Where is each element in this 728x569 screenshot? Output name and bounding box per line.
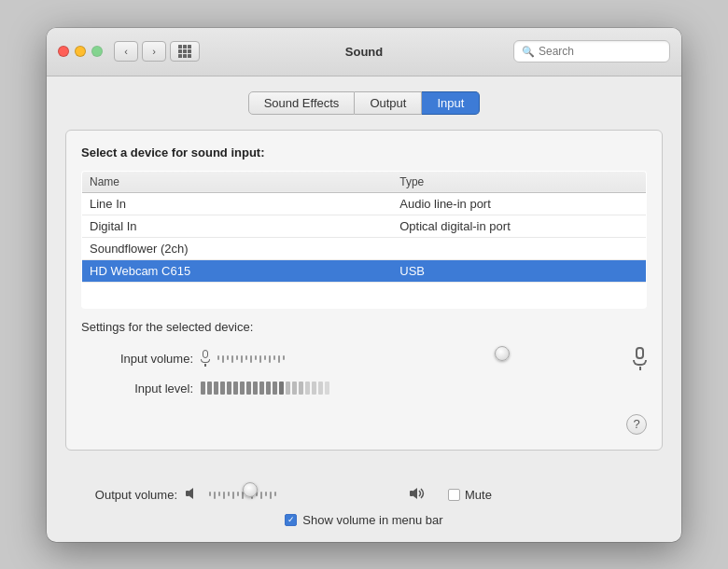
settings-panel: Select a device for sound input: Name Ty… — [65, 130, 663, 451]
volume-low-icon — [185, 486, 200, 504]
output-volume-thumb[interactable] — [243, 482, 258, 497]
level-bar — [227, 382, 231, 395]
maximize-button[interactable] — [91, 46, 103, 57]
help-button[interactable]: ? — [626, 414, 647, 435]
device-name: HD Webcam C615 — [82, 259, 393, 282]
settings-title: Settings for the selected device: — [81, 320, 647, 334]
show-volume-label: Show volume in menu bar — [302, 513, 442, 527]
device-name: Line In — [82, 192, 393, 215]
level-bar — [253, 382, 258, 395]
device-name: Soundflower (2ch) — [82, 237, 393, 259]
input-volume-row: Input volume: — [81, 347, 647, 370]
device-name: Digital In — [82, 215, 393, 237]
col-name-header: Name — [82, 171, 393, 192]
grid-icon — [178, 45, 191, 58]
tab-sound-effects[interactable]: Sound Effects — [248, 91, 356, 115]
level-bar — [318, 382, 323, 395]
output-volume-label: Output volume: — [65, 488, 177, 502]
mute-checkbox[interactable] — [448, 489, 460, 501]
tabs: Sound Effects Output Input — [65, 91, 663, 115]
level-bar — [214, 382, 218, 395]
input-volume-slider-area — [201, 347, 647, 370]
device-section-title: Select a device for sound input: — [81, 146, 647, 160]
close-button[interactable] — [58, 46, 69, 57]
level-bar — [292, 382, 297, 395]
mute-label: Mute — [465, 488, 492, 502]
minimize-button[interactable] — [75, 46, 86, 57]
level-bar — [279, 382, 284, 395]
table-row-empty — [82, 282, 647, 308]
col-type-header: Type — [392, 171, 646, 192]
level-bar — [286, 382, 290, 395]
svg-rect-1 — [410, 491, 413, 496]
input-volume-thumb[interactable] — [495, 346, 510, 361]
device-type: USB — [392, 259, 646, 282]
traffic-lights — [58, 46, 103, 57]
search-icon: 🔍 — [522, 46, 535, 58]
help-area: ? — [81, 407, 647, 435]
mic-icon-large — [633, 347, 647, 370]
input-level-bars — [201, 382, 329, 395]
grid-button[interactable] — [170, 41, 200, 62]
input-level-label: Input level: — [81, 382, 193, 396]
table-row[interactable]: Line In Audio line-in port — [82, 192, 647, 215]
content-area: Sound Effects Output Input Select a devi… — [47, 76, 681, 479]
bottom-bar: Output volume: — [47, 479, 681, 542]
table-row[interactable]: Soundflower (2ch) — [82, 237, 647, 259]
volume-slider-wrapper[interactable] — [217, 354, 623, 363]
svg-rect-0 — [186, 491, 189, 496]
output-slider-wrapper[interactable] — [209, 490, 396, 499]
level-bar — [305, 382, 310, 395]
level-bar — [259, 382, 264, 395]
mute-checkbox-area[interactable]: Mute — [448, 488, 492, 502]
table-row[interactable]: Digital In Optical digital-in port — [82, 215, 647, 237]
level-bar — [312, 382, 316, 395]
main-window: ‹ › Sound 🔍 Sound Effects Output Input S… — [47, 28, 681, 542]
mic-icon-small — [201, 350, 210, 367]
titlebar: ‹ › Sound 🔍 — [47, 28, 681, 76]
device-table: Name Type Line In Audio line-in port Dig… — [81, 171, 647, 309]
search-box[interactable]: 🔍 — [513, 40, 670, 62]
show-volume-checkbox[interactable]: ✓ — [285, 514, 297, 526]
input-volume-label: Input volume: — [81, 352, 193, 366]
level-bar — [246, 382, 251, 395]
level-bar — [273, 382, 277, 395]
device-type — [392, 237, 646, 259]
output-volume-ticks — [209, 492, 396, 499]
window-title: Sound — [345, 45, 383, 59]
checkmark-icon: ✓ — [287, 515, 295, 524]
input-level-row: Input level: — [81, 382, 647, 396]
nav-buttons: ‹ › — [114, 41, 166, 62]
level-bar — [207, 382, 212, 395]
device-type: Optical digital-in port — [392, 215, 646, 237]
tab-output[interactable]: Output — [355, 91, 422, 115]
level-bar — [299, 382, 303, 395]
volume-high-icon — [409, 486, 427, 504]
table-row[interactable]: HD Webcam C615 USB — [82, 259, 647, 282]
device-type: Audio line-in port — [392, 192, 646, 215]
level-bar — [325, 382, 329, 395]
level-bar — [201, 382, 205, 395]
search-input[interactable] — [539, 45, 662, 58]
output-volume-row: Output volume: — [65, 486, 663, 504]
level-bar — [266, 382, 271, 395]
volume-ticks — [217, 355, 623, 363]
back-button[interactable]: ‹ — [114, 41, 138, 62]
level-bar — [220, 382, 225, 395]
level-bar — [240, 382, 245, 395]
forward-button[interactable]: › — [142, 41, 166, 62]
level-bar — [233, 382, 238, 395]
tab-input[interactable]: Input — [422, 91, 480, 115]
show-volume-row: ✓ Show volume in menu bar — [65, 513, 663, 527]
